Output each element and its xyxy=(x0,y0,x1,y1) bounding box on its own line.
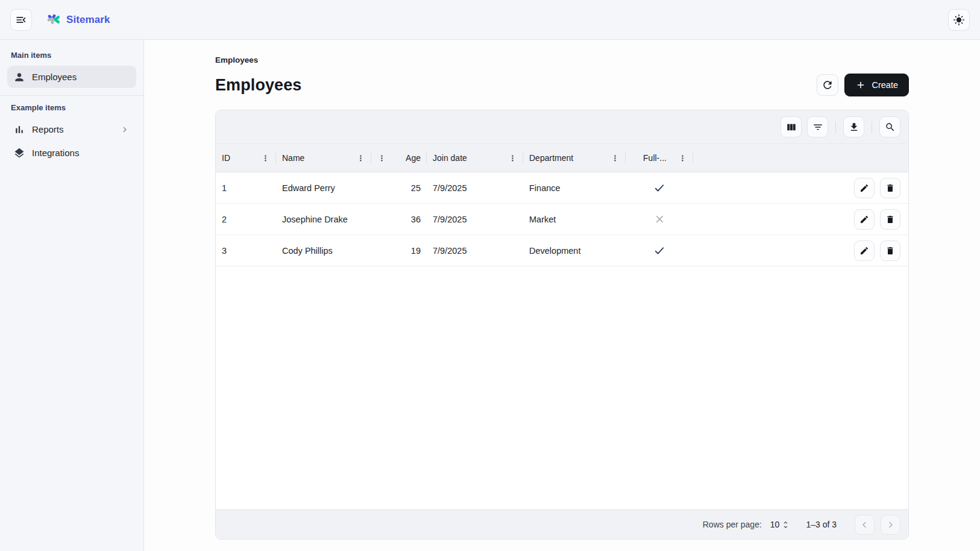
cell-name: Edward Perry xyxy=(276,183,371,193)
edit-icon xyxy=(859,183,869,193)
download-icon xyxy=(849,122,859,133)
previous-page-button[interactable] xyxy=(855,515,875,535)
delete-icon xyxy=(885,183,895,193)
collapse-menu-button[interactable] xyxy=(10,9,32,31)
rows-per-page-value: 10 xyxy=(770,520,780,529)
column-menu-icon[interactable] xyxy=(261,154,270,163)
cell-age: 25 xyxy=(371,183,427,193)
refresh-button[interactable] xyxy=(817,74,838,96)
grid-rows: 1Edward Perry257/9/2025Finance2Josephine… xyxy=(216,172,908,266)
column-menu-icon[interactable] xyxy=(377,154,386,163)
sidebar-section-title: Main items xyxy=(11,51,133,60)
cell-id: 1 xyxy=(216,183,276,193)
column-header-label: Age xyxy=(406,153,421,163)
columns-button[interactable] xyxy=(781,116,802,137)
column-header-label: Name xyxy=(282,153,304,163)
columns-icon xyxy=(786,122,797,133)
delete-icon xyxy=(885,215,895,224)
page-actions: Create xyxy=(817,74,909,96)
main-content: Employees Employees Create IDNameAgeJoin… xyxy=(144,40,980,551)
sidebar-item-integrations[interactable]: Integrations xyxy=(7,142,136,164)
breadcrumb: Employees xyxy=(215,55,909,65)
column-header-label: Department xyxy=(529,153,573,163)
check-icon xyxy=(653,182,665,194)
brand-logo[interactable]: Sitemark xyxy=(48,13,110,27)
rows-per-page-label: Rows per page: xyxy=(703,520,762,529)
column-header-join_date: Join date xyxy=(427,144,523,172)
column-header-label: ID xyxy=(222,153,230,163)
theme-toggle-button[interactable] xyxy=(948,9,970,31)
column-menu-icon[interactable] xyxy=(678,154,687,163)
rows-per-page-select[interactable]: 10 xyxy=(770,520,791,529)
edit-icon xyxy=(859,246,869,256)
row-actions xyxy=(854,241,908,261)
next-page-button[interactable] xyxy=(881,515,900,535)
export-button[interactable] xyxy=(843,116,864,137)
cell-id: 2 xyxy=(216,215,276,224)
delete-row-button[interactable] xyxy=(880,178,900,198)
column-header-department: Department xyxy=(523,144,626,172)
sidebar-divider xyxy=(0,95,143,96)
sidebar-item-label: Integrations xyxy=(32,148,79,158)
edit-row-button[interactable] xyxy=(854,209,875,230)
column-menu-icon[interactable] xyxy=(611,154,620,163)
app-shell: Main itemsEmployeesExample itemsReportsI… xyxy=(0,40,980,551)
grid-empty-area xyxy=(216,266,908,509)
unfold-more-icon xyxy=(781,520,790,529)
column-menu-icon[interactable] xyxy=(356,154,365,163)
check-icon xyxy=(653,245,665,257)
cross-icon xyxy=(654,213,665,225)
page-header: Employees Create xyxy=(215,74,909,96)
column-header-name: Name xyxy=(276,144,371,172)
column-header-full_time: Full-... xyxy=(626,144,693,172)
chevron-right-icon xyxy=(119,124,130,135)
row-actions xyxy=(854,209,908,230)
cell-department: Development xyxy=(523,246,626,256)
cell-full_time xyxy=(626,245,693,257)
bar-chart-icon xyxy=(13,124,25,136)
search-button[interactable] xyxy=(879,116,900,137)
column-header-label: Join date xyxy=(433,153,467,163)
cell-full_time xyxy=(626,182,693,194)
cell-department: Market xyxy=(523,215,626,224)
grid-toolbar xyxy=(216,110,908,143)
column-header-age: Age xyxy=(371,144,427,172)
cell-join_date: 7/9/2025 xyxy=(427,215,523,224)
grid-header-row: IDNameAgeJoin dateDepartmentFull-... xyxy=(216,143,908,172)
edit-row-button[interactable] xyxy=(854,241,875,261)
data-grid: IDNameAgeJoin dateDepartmentFull-... 1Ed… xyxy=(215,110,909,540)
sidebar-item-employees[interactable]: Employees xyxy=(7,66,136,88)
delete-row-button[interactable] xyxy=(880,209,900,230)
cell-id: 3 xyxy=(216,246,276,256)
toolbar-divider xyxy=(872,121,872,133)
create-button[interactable]: Create xyxy=(844,74,909,96)
menu-open-icon xyxy=(15,14,27,26)
edit-row-button[interactable] xyxy=(854,178,875,198)
delete-row-button[interactable] xyxy=(880,241,900,261)
cell-join_date: 7/9/2025 xyxy=(427,246,523,256)
cell-join_date: 7/9/2025 xyxy=(427,183,523,193)
plus-icon xyxy=(855,80,866,90)
breadcrumb-item[interactable]: Employees xyxy=(215,55,258,65)
column-header-label: Full-... xyxy=(643,153,667,163)
page-title: Employees xyxy=(215,76,301,95)
refresh-icon xyxy=(821,79,834,91)
cell-age: 36 xyxy=(371,215,427,224)
cell-department: Finance xyxy=(523,183,626,193)
chevron-right-icon xyxy=(886,520,895,529)
cell-age: 19 xyxy=(371,246,427,256)
layers-icon xyxy=(13,147,25,159)
filter-button[interactable] xyxy=(807,116,828,137)
create-button-label: Create xyxy=(872,80,898,90)
edit-icon xyxy=(859,215,869,224)
sidebar-item-label: Reports xyxy=(32,124,64,134)
sidebar-item-reports[interactable]: Reports xyxy=(7,118,136,140)
cell-name: Josephine Drake xyxy=(276,215,371,224)
column-menu-icon[interactable] xyxy=(508,154,517,163)
sitemark-logo-icon xyxy=(48,13,61,27)
app-header: Sitemark xyxy=(0,0,980,40)
toolbar-divider xyxy=(835,121,836,133)
sun-icon xyxy=(953,14,965,26)
sidebar-section-title: Example items xyxy=(11,103,133,112)
pagination-range: 1–3 of 3 xyxy=(806,520,837,529)
